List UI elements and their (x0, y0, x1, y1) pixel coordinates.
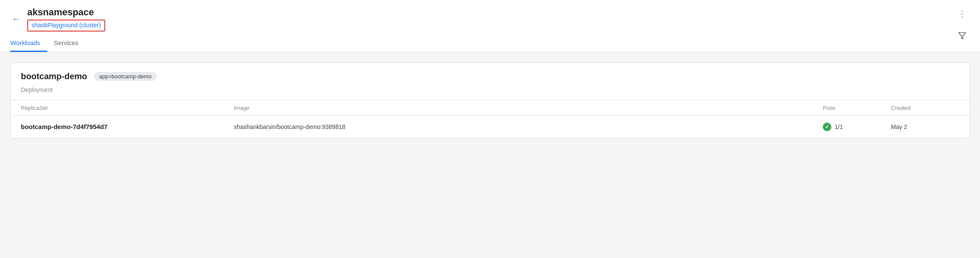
cluster-badge[interactable]: shasbPlayground (cluster) (27, 20, 105, 32)
menu-icon: ⋮ (958, 9, 966, 18)
label-badge: app=bootcamp-demo (94, 72, 157, 81)
col-header-pods: Pods (823, 105, 891, 111)
card-header: bootcamp-demo app=bootcamp-demo (11, 63, 969, 86)
back-button[interactable]: ← (10, 12, 22, 26)
table-row: bootcamp-demo-7d4f7954d7 shashankbarsin/… (11, 116, 969, 138)
status-healthy-icon (823, 123, 831, 131)
header: ← aksnamespace shasbPlayground (cluster)… (0, 0, 980, 52)
menu-button[interactable]: ⋮ (954, 7, 970, 20)
filter-button[interactable] (954, 30, 970, 44)
app-container: ← aksnamespace shasbPlayground (cluster)… (0, 0, 980, 258)
deployment-name: bootcamp-demo (21, 72, 87, 81)
tab-services[interactable]: Services (47, 35, 86, 52)
title-block: aksnamespace shasbPlayground (cluster) (27, 7, 105, 32)
tab-workloads[interactable]: Workloads (10, 35, 47, 52)
back-icon: ← (12, 14, 20, 24)
pods-cell: 1/1 (823, 123, 891, 131)
tabs: Workloads Services (10, 35, 970, 52)
replica-set-name: bootcamp-demo-7d4f7954d7 (21, 123, 234, 130)
svg-marker-0 (959, 33, 966, 39)
page-title: aksnamespace (27, 7, 105, 18)
filter-icon (958, 32, 966, 40)
workload-card: bootcamp-demo app=bootcamp-demo Deployme… (10, 63, 970, 139)
image-name: shashankbarsin/bootcamp-demo:9389818 (234, 123, 823, 130)
pods-count: 1/1 (835, 123, 843, 130)
content-area: bootcamp-demo app=bootcamp-demo Deployme… (0, 52, 980, 258)
created-date: May 2 (891, 123, 959, 130)
col-header-created: Created (891, 105, 959, 111)
table-header: ReplicaSet Image Pods Created (11, 100, 969, 116)
deployment-type: Deployment (11, 86, 969, 100)
header-top: ← aksnamespace shasbPlayground (cluster) (10, 7, 970, 32)
col-header-image: Image (234, 105, 823, 111)
col-header-replicaset: ReplicaSet (21, 105, 234, 111)
